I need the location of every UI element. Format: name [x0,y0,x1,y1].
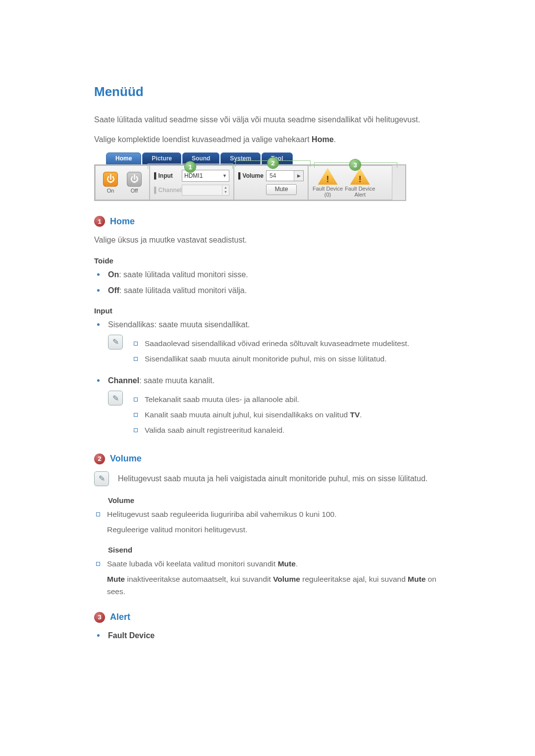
section-3-head: 3 Alert [94,612,456,623]
list-item: Sisendallikat saab muuta ainult monitori… [132,353,409,365]
control-panel: Home Picture Sound System Tool ⏻ On ⏻ Of… [94,152,406,201]
note-row: ✎ Telekanalit saab muuta üles- ja allano… [108,391,456,439]
intro2-bold: Home [312,135,333,144]
fault-device-alert[interactable]: ! Fault DeviceAlert [345,168,375,198]
input-select-value: HDMI1 [184,172,203,179]
section-1-head: 1 Home [94,216,456,227]
power-on-icon: ⏻ [103,172,118,187]
list-item: Off: saate lülitada valitud monitori väl… [94,285,456,297]
alert-group: ! Fault Device(0) ! Fault DeviceAlert [308,165,392,200]
section-1-title: Home [110,216,135,227]
list-item: Saadaolevad sisendallikad võivad erineda… [132,338,409,350]
page-title: Menüüd [94,84,456,100]
subhead-input: Input [94,306,456,315]
list-item: Valida saab ainult registreeritud kanale… [132,424,362,437]
tab-home[interactable]: Home [106,152,141,164]
list-item: Kanalit saab muuta ainult juhul, kui sis… [132,409,362,421]
note-icon: ✎ [108,391,123,405]
power-off-icon: ⏻ [127,172,142,187]
section-2-title: Volume [110,454,142,464]
section-2-badge: 2 [94,454,105,464]
subhead-toide: Toide [94,256,456,265]
chevron-right-icon: ▶ [294,171,303,181]
subhead-sisend: Sisend [108,546,456,554]
panel-body: ⏻ On ⏻ Off ▌Input HDMI1 ▼ ▌Channel [94,164,406,201]
note-icon: ✎ [108,335,123,350]
intro2-post: . [334,135,336,144]
note-icon: ✎ [94,471,109,486]
warning-icon: ! [318,168,338,185]
note-row: ✎ Helitugevust saab muuta ja heli vaigis… [94,471,456,486]
list-item: Helitugevust saab reguleerida liuguririb… [94,508,456,536]
section-1-badge: 1 [94,216,105,227]
intro-paragraph-1: Saate lülitada valitud seadme sisse või … [94,113,456,126]
tab-picture[interactable]: Picture [142,152,181,164]
volume-group: ▌Volume 54 ▶ Mute [234,165,308,200]
power-on-label: On [107,188,114,194]
list-item: Sisendallikas: saate muuta sisendallikat… [94,319,456,331]
volume-label: ▌Volume [238,172,263,179]
channel-label: ▌Channel [154,187,179,194]
volume-stepper[interactable]: 54 ▶ [266,170,304,181]
power-on-button[interactable]: ⏻ On [100,172,121,194]
intro-paragraph-2: Valige komplektide loendist kuvaseadmed … [94,133,456,146]
mute-button[interactable]: Mute [266,184,297,195]
warning-icon: ! [350,168,370,185]
fault-device-count[interactable]: ! Fault Device(0) [313,168,343,198]
note-row: ✎ Saadaolevad sisendallikad võivad erine… [108,335,456,368]
list-item: Telekanalit saab muuta üles- ja allanool… [132,394,362,406]
section-3-title: Alert [110,612,130,622]
section-2-head: 2 Volume [94,454,456,464]
section-1-intro: Valige üksus ja muutke vastavat seadistu… [94,234,456,247]
intro2-pre: Valige komplektide loendist kuvaseadmed … [94,135,312,144]
list-item: Channel: saate muuta kanalit. [94,375,456,387]
spinner-down-icon: ▼ [222,190,229,195]
chevron-down-icon: ▼ [222,173,227,178]
spinner-up-icon: ▲ [222,186,229,190]
volume-note: Helitugevust saab muuta ja heli vaigista… [118,472,428,485]
power-off-label: Off [131,188,138,194]
list-item: Fault Device [94,630,456,642]
list-item: Saate lubada või keelata valitud monitor… [94,558,456,598]
subhead-volume: Volume [108,496,456,504]
section-3-badge: 3 [94,612,105,623]
list-item: On: saate lülitada valitud monitori siss… [94,269,456,281]
power-group: ⏻ On ⏻ Off [95,165,150,200]
channel-spinner[interactable]: ▲▼ [182,185,229,196]
power-off-button[interactable]: ⏻ Off [123,172,145,194]
input-label: ▌Input [154,172,179,179]
volume-value: 54 [269,172,276,179]
